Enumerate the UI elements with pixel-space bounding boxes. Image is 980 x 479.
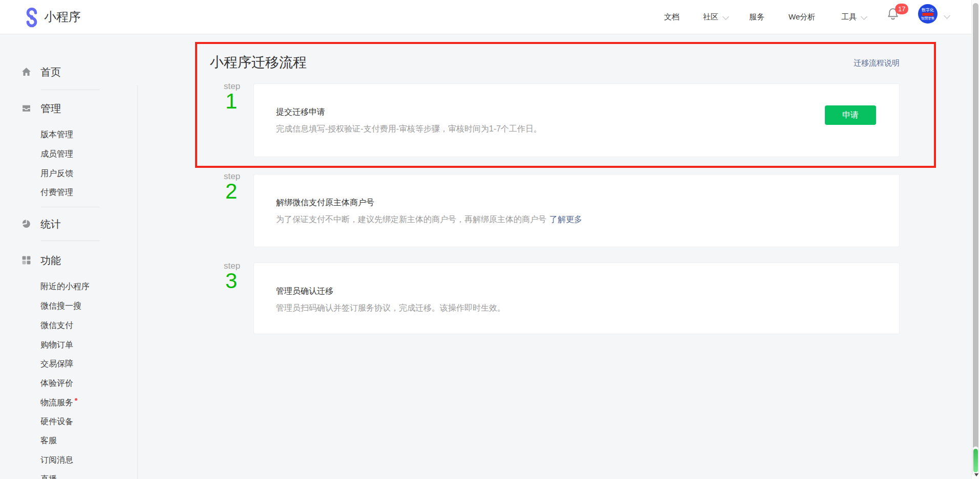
sidebar-item-logistics-service[interactable]: 物流服务 [40,398,77,408]
scroll-down-widget[interactable] [973,449,978,472]
sidebar-item-live[interactable]: 直播 [40,474,57,479]
step-1-desc: 完成信息填写-授权验证-支付费用-审核等步骤，审核时间为1-7个工作日。 [276,124,542,135]
nav-services[interactable]: 服务 [749,0,764,34]
sidebar-divider [41,90,100,90]
sidebar-item-statistics[interactable]: 统计 [0,217,138,231]
sidebar-item-home[interactable]: 首页 [0,66,138,79]
sidebar-item-user-feedback[interactable]: 用户反馈 [40,168,73,179]
top-header: 小程序 文档 社区 服务 We分析 工具 17 数字化 智慧零售 [0,0,980,34]
avatar-red-band [922,13,933,16]
sidebar: 首页 管理 版本管理 成员管理 用户反馈 付费管理 统计 功能 附近的小程序 微… [0,34,138,479]
step-1-title: 提交迁移申请 [276,107,325,118]
sidebar-item-nearby-miniprograms[interactable]: 附近的小程序 [40,281,90,292]
nav-tools[interactable]: 工具 [841,0,857,34]
step-2-card: 解绑微信支付原主体商户号 为了保证支付不中断，建议先绑定新主体的商户号，再解绑原… [253,174,900,247]
miniprogram-logo-icon [23,7,40,28]
page-title: 小程序迁移流程 [210,53,307,72]
sidebar-divider-vertical [137,85,138,479]
sidebar-item-version-manage[interactable]: 版本管理 [40,129,73,140]
sidebar-item-wechat-search[interactable]: 微信搜一搜 [40,301,81,311]
nav-community[interactable]: 社区 [703,0,718,34]
sidebar-item-features[interactable]: 功能 [0,254,138,267]
learn-more-link[interactable]: 了解更多 [549,215,582,224]
sidebar-divider [41,207,100,207]
archive-box-icon [22,103,31,113]
nav-docs[interactable]: 文档 [664,0,679,34]
sidebar-item-subscribe-messages[interactable]: 订阅消息 [40,455,73,465]
grid-icon [22,255,31,265]
nav-we-analysis[interactable]: We分析 [789,0,815,34]
sidebar-divider [41,241,100,241]
home-icon [22,67,31,77]
avatar-text-line2: 智慧零售 [921,16,934,20]
sidebar-item-member-manage[interactable]: 成员管理 [40,149,73,159]
apply-button[interactable]: 申请 [825,105,876,125]
sidebar-item-hardware-devices[interactable]: 硬件设备 [40,417,73,427]
chevron-down-icon [722,13,729,20]
migration-guide-link[interactable]: 迁移流程说明 [854,58,900,68]
pie-chart-icon [22,219,31,229]
step-1-card: 提交迁移申请 完成信息填写-授权验证-支付费用-审核等步骤，审核时间为1-7个工… [253,83,900,157]
avatar-text-line1: 数字化 [922,8,934,12]
sidebar-item-payment-manage[interactable]: 付费管理 [40,187,73,198]
sidebar-item-transaction-guarantee[interactable]: 交易保障 [40,359,73,369]
logo-text: 小程序 [44,0,81,34]
step-3-card: 管理员确认迁移 管理员扫码确认并签订服务协议，完成迁移。该操作即时生效。 [253,263,900,334]
sidebar-item-wechat-pay[interactable]: 微信支付 [40,320,73,331]
notification-count-badge: 17 [895,4,908,14]
step-2-desc: 为了保证支付不中断，建议先绑定新主体的商户号，再解绑原主体的商户号了解更多 [276,214,582,225]
step-3-title: 管理员确认迁移 [276,286,333,297]
account-menu-chevron-icon[interactable] [944,12,950,19]
sidebar-item-customer-service[interactable]: 客服 [40,436,57,446]
step-2-title: 解绑微信支付原主体商户号 [276,198,374,208]
sidebar-item-shopping-orders[interactable]: 购物订单 [40,340,73,350]
page-scrollbar-thumb[interactable] [973,3,978,451]
step-3-desc: 管理员扫码确认并签订服务协议，完成迁移。该操作即时生效。 [276,303,505,314]
new-feature-dot [75,398,77,401]
chevron-down-icon [861,13,867,20]
scroll-down-arrow-icon [974,473,978,476]
account-avatar[interactable]: 数字化 智慧零售 [918,4,938,24]
sidebar-item-manage[interactable]: 管理 [0,102,138,115]
sidebar-item-experience-rating[interactable]: 体验评价 [40,378,73,388]
